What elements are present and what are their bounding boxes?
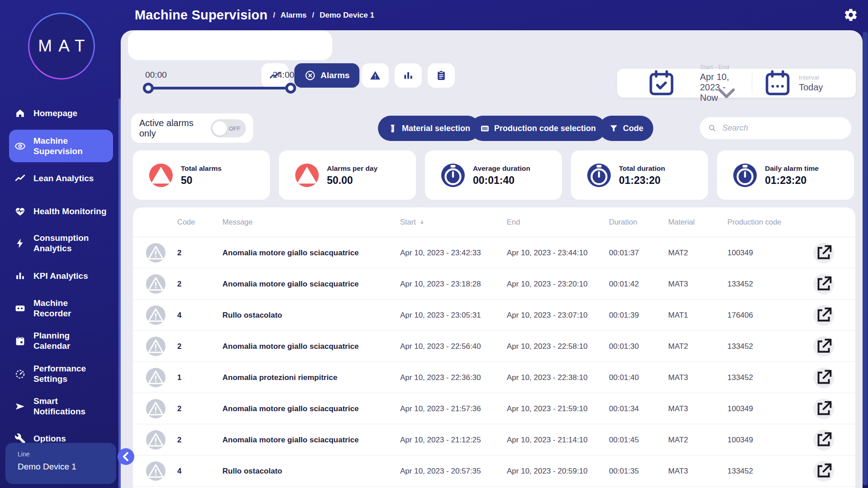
sidebar-item-label: Planning Calendar — [33, 330, 108, 351]
sidebar: MAT HomepageMachine SupervisionLean Anal… — [0, 0, 121, 488]
active-alarms-filter: Active alarms only OFF — [131, 113, 253, 143]
cell-production_code: 100349 — [727, 393, 753, 424]
calendar-icon — [14, 335, 26, 347]
stat-value: 00:01:40 — [473, 174, 514, 187]
alarm-warning-icon — [146, 368, 165, 387]
cell-material: MAT1 — [668, 300, 688, 331]
sidebar-item-performance-settings[interactable]: Performance Settings — [9, 360, 113, 387]
sidebar-item-machine-recorder[interactable]: Machine Recorder — [9, 297, 113, 319]
chevron-down-icon[interactable] — [607, 79, 846, 108]
mat-logo: MAT — [28, 13, 95, 80]
device-selector-value: Demo Device 1 — [18, 462, 76, 472]
cell-material: MAT3 — [668, 362, 688, 393]
cell-message: Anomalia motore giallo sciacquatrice — [222, 424, 359, 455]
cell-code: 2 — [177, 237, 181, 268]
cell-production_code: 133452 — [727, 455, 753, 487]
chevron-left-icon — [118, 448, 134, 465]
tab-statistics[interactable] — [395, 63, 422, 88]
cell-start: Apr 10, 2023 - 23:42:33 — [400, 237, 481, 268]
page-scrollbar[interactable] — [863, 32, 868, 485]
sidebar-scrollbar[interactable] — [118, 99, 121, 488]
cell-start: Apr 10, 2023 - 23:18:28 — [400, 268, 481, 300]
cell-end: Apr 10, 2023 - 22:58:10 — [507, 331, 588, 362]
open-alarm-button[interactable] — [813, 243, 834, 263]
cell-start: Apr 10, 2023 - 22:36:30 — [400, 362, 481, 393]
sidebar-item-machine-supervision[interactable]: Machine Supervision — [9, 130, 113, 162]
sidebar-item-smart-notifications[interactable]: Smart Notifications — [9, 393, 113, 420]
production-code-selection-button[interactable]: Production code selection — [470, 116, 606, 141]
table-row-divider — [133, 486, 855, 488]
start-end-label: Start - End — [700, 64, 743, 70]
material-selection-label: Material selection — [402, 124, 470, 133]
code-filter-label: Code — [623, 124, 643, 133]
device-selector-label: Line — [18, 450, 29, 458]
cell-message: Rullo ostacolato — [222, 300, 282, 331]
stat-card-total-alarms: Total alarms50 — [133, 150, 270, 200]
sidebar-item-lean-analytics[interactable]: Lean Analytics — [9, 167, 113, 189]
open-alarm-button[interactable] — [813, 399, 834, 419]
tab-warnings[interactable] — [362, 63, 389, 88]
cell-message: Anomalia motore giallo sciacquatrice — [222, 237, 359, 268]
column-header-label: Message — [222, 218, 253, 226]
breadcrumb-device[interactable]: Demo Device 1 — [320, 11, 374, 20]
slider-handle-end[interactable] — [285, 83, 296, 94]
search-input[interactable] — [722, 123, 843, 133]
column-header-start[interactable]: Start — [400, 207, 425, 237]
heart-pulse-icon — [14, 206, 26, 217]
open-alarm-button[interactable] — [813, 274, 834, 295]
open-alarm-button[interactable] — [813, 430, 834, 450]
column-header-end: End — [507, 207, 520, 237]
open-alarm-button[interactable] — [813, 367, 834, 388]
stopwatch-icon — [441, 164, 465, 187]
bolt-icon — [14, 238, 26, 249]
cell-message: Anomalia motore giallo sciacquatrice — [222, 393, 359, 424]
cell-material: MAT3 — [668, 455, 688, 487]
stat-value: 01:23:20 — [765, 174, 807, 187]
alarm-row: 2Anomalia motore giallo sciacquatriceApr… — [133, 330, 855, 361]
device-selector[interactable]: Line Demo Device 1 — [5, 443, 116, 484]
sidebar-item-kpi-analytics[interactable]: KPI Analytics — [9, 265, 113, 286]
stat-label: Total alarms — [181, 164, 222, 173]
machine-supervision-page: Machine Supervision / Alarms / Demo Devi… — [0, 0, 868, 488]
cell-duration: 00:01:37 — [609, 237, 639, 268]
production-code-selection-label: Production code selection — [494, 124, 596, 133]
open-alarm-button[interactable] — [813, 305, 834, 326]
sidebar-item-label: Homepage — [33, 108, 77, 118]
sidebar-item-health-monitoring[interactable]: Health Monitoring — [9, 200, 113, 222]
cell-production_code: 133452 — [727, 268, 753, 300]
code-filter-button[interactable]: Code — [599, 116, 653, 141]
open-alarm-button[interactable] — [813, 336, 834, 357]
breadcrumb-alarms[interactable]: Alarms — [281, 11, 307, 20]
settings-gear-icon[interactable] — [844, 8, 858, 22]
sidebar-item-label: Performance Settings — [33, 363, 108, 384]
slider-handle-start[interactable] — [143, 83, 154, 94]
alarm-warning-icon — [146, 337, 165, 356]
cell-material: MAT3 — [668, 393, 688, 424]
active-alarms-toggle[interactable]: OFF — [211, 119, 246, 137]
open-alarm-button[interactable] — [813, 461, 834, 482]
sidebar-item-consumption-analytics[interactable]: Consumption Analytics — [9, 230, 113, 257]
sidebar-item-homepage[interactable]: Homepage — [9, 102, 113, 124]
cell-material: MAT3 — [668, 268, 688, 300]
breadcrumb-separator: / — [273, 11, 275, 20]
cell-start: Apr 10, 2023 - 20:57:35 — [400, 455, 481, 487]
material-selection-button[interactable]: Material selection — [378, 116, 480, 141]
cell-material: MAT2 — [668, 424, 688, 455]
cell-code: 4 — [177, 455, 181, 487]
tab-report[interactable] — [428, 63, 455, 88]
slider-start-label: 00:00 — [136, 70, 176, 80]
cell-code: 2 — [177, 268, 181, 300]
stat-label: Daily alarm time — [765, 164, 819, 173]
cell-start: Apr 10, 2023 - 21:57:36 — [400, 393, 481, 424]
tab-alarms[interactable]: Alarms — [294, 63, 359, 88]
column-header-material: Material — [668, 207, 695, 237]
sidebar-collapse-button[interactable] — [118, 448, 134, 465]
alarm-warning-icon — [146, 243, 165, 263]
sidebar-item-label: Health Monitoring — [33, 206, 106, 216]
column-header-label: Start — [400, 218, 416, 226]
sidebar-item-planning-calendar[interactable]: Planning Calendar — [9, 327, 113, 354]
sidebar-item-label: Smart Notifications — [33, 396, 108, 417]
cell-end: Apr 10, 2023 - 23:07:10 — [507, 300, 588, 331]
time-range-slider[interactable] — [148, 87, 291, 89]
sidebar-item-label: Lean Analytics — [33, 173, 94, 183]
